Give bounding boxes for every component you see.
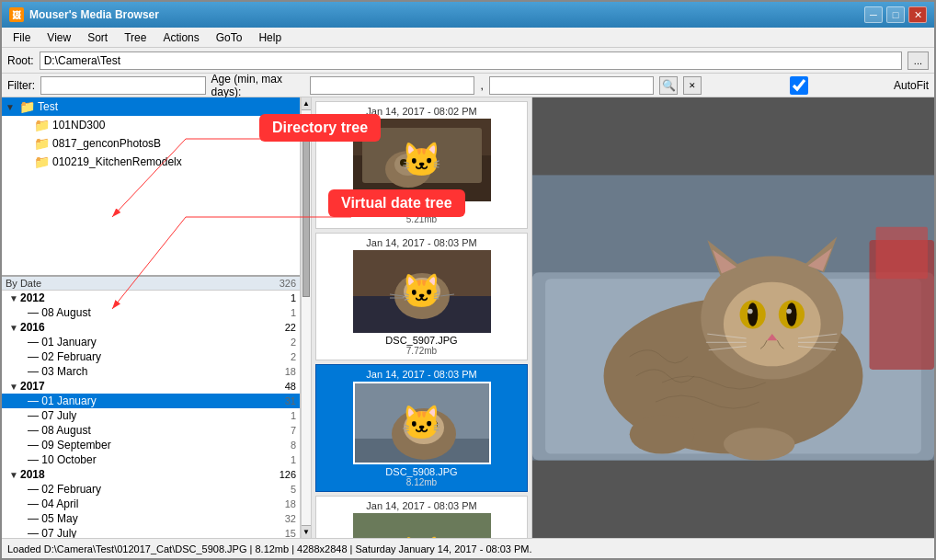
thumbnail-item-5907[interactable]: Jan 14, 2017 - 08:03 PM (315, 233, 528, 360)
dir-tree[interactable]: ▼ 📁 Test 📁 101ND300 📁 0817_genconPhotosB (2, 97, 300, 277)
year-count: 22 (285, 322, 296, 333)
month-label: — 02 February (28, 483, 101, 496)
month-2017-07[interactable]: — 07 July 1 (2, 408, 300, 423)
month-2017-09[interactable]: — 09 September 8 (2, 438, 300, 452)
year-2012[interactable]: ▼ 2012 1 (2, 291, 300, 305)
title-bar: 🖼 Mouser's Media Browser ─ □ ✕ (2, 2, 934, 28)
year-count: 48 (285, 381, 296, 392)
month-2016-01[interactable]: — 01 January 2 (2, 335, 300, 349)
date-tree-header: By Date 326 (2, 277, 300, 291)
menu-file[interactable]: File (6, 29, 38, 46)
month-count: 1 (291, 307, 296, 318)
maximize-button[interactable]: □ (886, 6, 905, 23)
svg-point-9 (394, 273, 450, 319)
thumb-filename: DSC_5908.JPG (385, 466, 457, 477)
month-2016-03[interactable]: — 03 March 18 (2, 364, 300, 379)
month-label: — 08 August (28, 306, 91, 319)
root-input[interactable] (40, 51, 902, 70)
month-count: 1 (291, 410, 296, 421)
month-count: 32 (285, 513, 296, 524)
month-2017-01[interactable]: — 01 January 31 (2, 394, 300, 408)
tree-item-101nd300[interactable]: 📁 101ND300 (2, 116, 300, 134)
thumb-datetime: Jan 14, 2017 - 08:03 PM (366, 369, 476, 380)
expand-icon[interactable]: ▼ (6, 102, 17, 112)
expand-icon[interactable]: ▼ (9, 293, 20, 303)
svg-point-22 (415, 422, 418, 426)
month-2018-05[interactable]: — 05 May 32 (2, 511, 300, 526)
month-label: — 01 January (28, 394, 97, 407)
year-count: 126 (280, 469, 296, 480)
autofit-checkbox[interactable] (707, 76, 891, 95)
svg-point-20 (410, 419, 421, 430)
thumbnail-item-5908[interactable]: Jan 14, 2017 - 08:03 PM (315, 364, 528, 492)
menu-view[interactable]: View (40, 29, 78, 46)
thumb-image (353, 382, 491, 464)
month-2017-08[interactable]: — 08 August 7 (2, 423, 300, 438)
expand-icon[interactable]: ▼ (9, 470, 20, 480)
svg-rect-24 (353, 513, 491, 538)
month-2018-07[interactable]: — 07 July 15 (2, 526, 300, 538)
age-max-input[interactable] (489, 76, 655, 95)
scroll-track (302, 110, 311, 525)
month-2018-04[interactable]: — 04 April 18 (2, 497, 300, 511)
svg-point-10 (404, 278, 440, 305)
filter-label: Filter: (7, 79, 35, 92)
preview-image (532, 97, 934, 538)
menu-actions[interactable]: Actions (155, 29, 206, 46)
svg-point-12 (424, 285, 433, 294)
minimize-button[interactable]: ─ (864, 6, 883, 23)
clear-button[interactable]: ✕ (683, 76, 702, 95)
month-count: 31 (285, 395, 296, 406)
autofit-checkbox-container[interactable]: AutoFit (707, 76, 929, 95)
title-controls: ─ □ ✕ (864, 6, 927, 23)
filter-input[interactable] (40, 76, 206, 95)
svg-point-18 (392, 408, 456, 460)
month-label: — 05 May (28, 512, 78, 525)
month-count: 1 (291, 454, 296, 465)
svg-point-34 (724, 282, 821, 367)
scroll-thumb[interactable] (302, 131, 310, 297)
tree-item-0817[interactable]: 📁 0817_genconPhotosB (2, 134, 300, 153)
thumb-datetime: Jan 14, 2017 - 08:03 PM (366, 500, 476, 511)
thumbnail-item-5906[interactable]: Jan 14, 2017 - 08:02 PM DSC_5906.JPG (315, 101, 528, 229)
scroll-down-button[interactable]: ▼ (302, 525, 311, 538)
thumbnail-scroll[interactable]: Jan 14, 2017 - 08:02 PM DSC_5906.JPG (312, 97, 531, 538)
date-tree[interactable]: By Date 326 ▼ 2012 1 — 08 August 1 ▼ (2, 277, 300, 538)
menu-tree[interactable]: Tree (117, 29, 154, 46)
close-button[interactable]: ✕ (908, 6, 927, 23)
month-label: — 04 April (28, 497, 78, 510)
thumbnail-item-5909[interactable]: Jan 14, 2017 - 08:03 PM DSC_5909.JPG 6.4… (315, 496, 528, 538)
title-bar-left: 🖼 Mouser's Media Browser (9, 7, 159, 22)
year-2017[interactable]: ▼ 2017 48 (2, 379, 300, 394)
expand-icon[interactable]: ▼ (9, 323, 20, 333)
scroll-up-button[interactable]: ▲ (302, 97, 311, 110)
month-label: — 10 October (28, 453, 97, 466)
year-label: 2018 (20, 468, 45, 481)
year-2016[interactable]: ▼ 2016 22 (2, 320, 300, 335)
month-2017-10[interactable]: — 10 October 1 (2, 452, 300, 467)
menu-help[interactable]: Help (251, 29, 289, 46)
svg-rect-55 (876, 227, 928, 279)
menu-sort[interactable]: Sort (80, 29, 115, 46)
thumb-filesize: 7.72mb (406, 346, 437, 356)
thumb-datetime: Jan 14, 2017 - 08:03 PM (366, 237, 476, 248)
month-2018-02[interactable]: — 02 February 5 (2, 482, 300, 497)
menu-bar: File View Sort Tree Actions GoTo Help (2, 28, 934, 48)
status-bar: Loaded D:\Camera\Test\012017_Cat\DSC_590… (2, 538, 934, 558)
year-2018[interactable]: ▼ 2018 126 (2, 467, 300, 482)
month-2016-02[interactable]: — 02 February 2 (2, 349, 300, 364)
folder-icon: 📁 (34, 118, 50, 132)
month-count: 8 (291, 440, 296, 451)
tree-item-010219[interactable]: 📁 010219_KitchenRemodelx (2, 153, 300, 171)
menu-goto[interactable]: GoTo (209, 29, 250, 46)
search-button[interactable]: 🔍 (659, 76, 678, 95)
month-label: — 08 August (28, 424, 91, 437)
age-min-input[interactable] (310, 76, 475, 95)
expand-icon[interactable]: ▼ (9, 382, 20, 392)
month-2012-08[interactable]: — 08 August 1 (2, 305, 300, 320)
tree-item-label: Test (38, 100, 58, 113)
left-scrollbar[interactable]: ▲ ▼ (301, 97, 312, 538)
preview-panel (532, 97, 934, 538)
tree-item-test[interactable]: ▼ 📁 Test (2, 97, 300, 116)
browse-button[interactable]: ... (907, 51, 929, 70)
